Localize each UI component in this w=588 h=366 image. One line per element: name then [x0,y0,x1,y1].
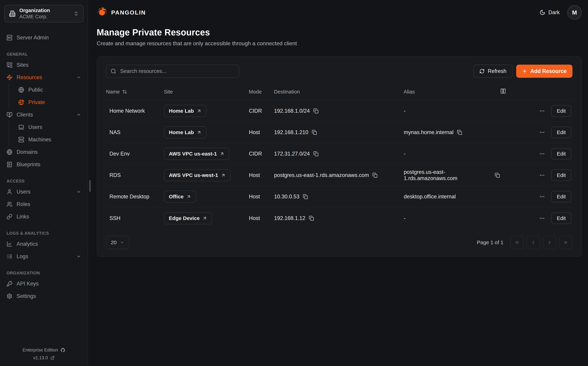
pagination-buttons [510,236,573,249]
sidebar-item-logs[interactable]: Logs [4,250,84,263]
table-row: Home Network Home Lab CIDR 192.168.1.0/2… [106,100,573,122]
resource-alias: - [404,108,405,114]
copy-alias-button[interactable] [457,130,462,135]
sidebar-item-machines[interactable]: Machines [16,133,84,146]
sidebar-item-clients[interactable]: Clients [4,108,84,121]
page-info: Page 1 of 1 [477,239,503,245]
edit-button[interactable]: Edit [551,191,571,202]
page-title: Manage Private Resources [97,27,582,38]
last-page-button[interactable] [559,236,573,249]
sidebar-item-sites[interactable]: Sites [4,59,84,71]
site-link[interactable]: Office [164,191,196,203]
columns-icon [500,88,506,94]
resource-alias: desktop.office.internal [404,194,456,200]
sidebar-nav: Server Admin GENERAL Sites Resources Pub… [4,31,84,302]
search-icon [110,68,116,74]
refresh-icon [479,69,485,74]
toolbar-actions: Refresh Add Resource [474,65,573,78]
resource-alias: mynas.home.internal [404,129,454,136]
resources-card: Refresh Add Resource [97,56,582,257]
copy-destination-button[interactable] [313,108,318,114]
row-menu-button[interactable] [539,151,545,157]
column-header-alias: Alias [404,85,500,100]
server-icon [7,35,12,41]
refresh-button[interactable]: Refresh [474,65,512,78]
table-row: SSH Edge Device Host 192.168.1.12 - Edit [106,207,573,229]
avatar[interactable]: M [567,5,582,20]
sidebar-item-server-admin[interactable]: Server Admin [4,31,84,44]
column-visibility-button[interactable] [500,88,506,94]
previous-page-button[interactable] [527,236,540,249]
sidebar: Organization ACME Corp. Server Admin GEN… [0,0,88,366]
version-link[interactable]: v1.13.0 [33,355,54,360]
sort-icon [122,89,127,94]
copy-alias-button[interactable] [495,173,500,178]
row-menu-button[interactable] [539,194,545,200]
site-link[interactable]: Home Lab [164,105,206,117]
page-size-select[interactable]: 20 [106,236,129,249]
resource-name: Remote Desktop [110,194,149,200]
copy-destination-button[interactable] [309,216,314,221]
pagination-right: Page 1 of 1 [477,236,573,249]
edit-button[interactable]: Edit [551,213,571,224]
sidebar-item-users[interactable]: Users [4,186,84,198]
edit-button[interactable]: Edit [551,169,571,181]
column-header-name[interactable]: Name [106,85,164,100]
copy-destination-button[interactable] [313,151,318,156]
row-menu-button[interactable] [539,215,545,221]
site-link[interactable]: Edge Device [164,212,212,224]
ellipsis-icon [539,215,545,221]
resource-alias: - [404,151,405,157]
sidebar-item-users[interactable]: Users [16,121,84,133]
chevron-down-icon [76,189,81,194]
edition-link[interactable]: Enterprise Edition [22,347,65,353]
sidebar-item-analytics[interactable]: Analytics [4,238,84,250]
sidebar-item-settings[interactable]: Settings [4,290,84,302]
chart-icon [7,241,12,247]
settings-icon [7,293,12,299]
section-label-general: GENERAL [4,52,84,57]
edit-button[interactable]: Edit [551,127,571,138]
sidebar-item-public[interactable]: Public [16,84,84,96]
arrow-up-right-icon [186,194,191,199]
org-value: ACME Corp. [19,14,50,20]
copy-icon [313,151,318,156]
sidebar-item-domains[interactable]: Domains [4,146,84,158]
next-page-button[interactable] [543,236,556,249]
sidebar-item-blueprints[interactable]: Blueprints [4,158,84,171]
chevron-left-icon [531,240,536,245]
laptop-icon [18,124,24,130]
sidebar-item-private[interactable]: Private [16,96,84,108]
resource-destination: 172.31.27.0/24 [274,151,310,157]
edit-button[interactable]: Edit [551,105,571,117]
sidebar-item-label: Server Admin [17,35,49,41]
row-menu-button[interactable] [539,130,545,135]
copy-destination-button[interactable] [312,130,317,135]
sidebar-item-links[interactable]: Links [4,211,84,223]
theme-toggle[interactable]: Dark [539,9,560,15]
search-input[interactable] [120,68,235,75]
sidebar-scrollbar-thumb[interactable] [89,180,91,192]
site-link[interactable]: Home Lab [164,126,206,138]
site-link[interactable]: AWS VPC us-east-1 [164,148,229,160]
pagination: 20 Page 1 of 1 [106,236,573,249]
first-page-button[interactable] [510,236,524,249]
add-resource-button[interactable]: Add Resource [516,65,573,78]
resource-destination: 192.168.1.12 [274,215,305,221]
brand-name: PANGOLIN [111,9,146,16]
chevrons-right-icon [563,240,568,245]
sidebar-item-roles[interactable]: Roles [4,198,84,211]
org-selector[interactable]: Organization ACME Corp. [4,5,84,23]
copy-destination-button[interactable] [372,173,378,178]
external-link-icon [50,356,55,360]
toolbar: Refresh Add Resource [106,65,573,78]
row-menu-button[interactable] [539,108,545,114]
sidebar-item-api-keys[interactable]: API Keys [4,277,84,290]
table-row: Remote Desktop Office Host 10.30.0.53 de… [106,186,573,207]
edit-button[interactable]: Edit [551,148,571,160]
site-link[interactable]: AWS VPC us-west-1 [164,169,230,181]
resource-alias: postgres.us-east-1.rds.amazonaws.com [404,169,491,182]
sidebar-item-resources[interactable]: Resources [4,71,84,84]
copy-destination-button[interactable] [303,194,308,199]
row-menu-button[interactable] [539,172,545,178]
